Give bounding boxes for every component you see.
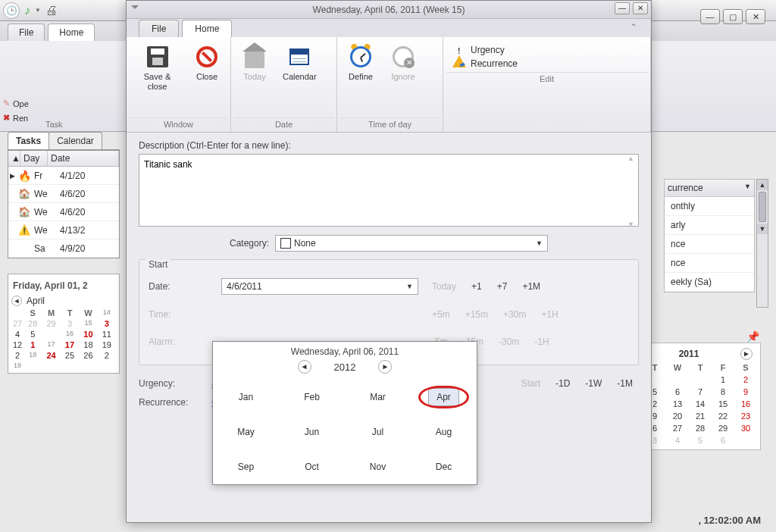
month-cell-dec[interactable]: Dec	[411, 449, 477, 484]
cal-day[interactable]	[42, 361, 60, 370]
time-p5m-button[interactable]: +5m	[426, 307, 456, 322]
close-button[interactable]: Close	[186, 42, 227, 117]
printer-icon[interactable]: 🖨	[45, 4, 58, 17]
cal-day[interactable]: 20	[666, 410, 689, 422]
cal-day[interactable]: 5	[23, 329, 42, 340]
date-today-button[interactable]: Today	[426, 279, 462, 294]
prev-month-icon[interactable]: ◄	[11, 296, 22, 306]
today-button[interactable]: Today	[234, 42, 275, 117]
year-next-button[interactable]: ►	[378, 360, 392, 374]
cal-day[interactable]: 19	[98, 340, 116, 350]
cal-day[interactable]: 8	[712, 386, 734, 398]
quick-dropdown-icon[interactable]: ▼	[35, 7, 41, 14]
cal-day[interactable]: 27	[11, 318, 23, 329]
ignore-button[interactable]: ✕ Ignore	[383, 42, 424, 117]
cal-day[interactable]: 10	[79, 329, 97, 340]
chevron-down-icon[interactable]: ▼	[744, 183, 751, 190]
cal-day[interactable]: 18	[79, 340, 97, 350]
maximize-button[interactable]: ▢	[723, 9, 743, 24]
minus1m-button[interactable]: -1M	[611, 376, 639, 391]
category-dropdown[interactable]: None ▼	[275, 235, 548, 252]
recurrence-item[interactable]: nce	[665, 235, 754, 254]
month-cell-oct[interactable]: Oct	[279, 449, 345, 484]
month-cell-jun[interactable]: Jun	[279, 415, 345, 449]
cal-day[interactable]	[666, 374, 689, 386]
date-plus1m-button[interactable]: +1M	[516, 279, 546, 294]
recurrence-item[interactable]: onthly	[665, 197, 754, 216]
year-prev-button[interactable]: ◄	[298, 360, 311, 374]
cal-day[interactable]: 1	[712, 374, 734, 386]
cal-day[interactable]: 21	[689, 410, 712, 422]
dialog-minimize-button[interactable]: —	[615, 2, 630, 14]
minus1w-button[interactable]: -1W	[579, 376, 608, 391]
cal-day[interactable]: 16	[734, 398, 757, 410]
alarm-m30m-button[interactable]: -30m	[493, 334, 525, 349]
cal-day[interactable]: 23	[734, 410, 757, 422]
cal-day[interactable]: 24	[42, 350, 60, 361]
recurrence-menu[interactable]: Recurrence	[452, 58, 641, 69]
cal-day[interactable]	[42, 329, 60, 340]
ribbon-collapse-icon[interactable]: ⌃	[630, 22, 643, 33]
cal-day[interactable]: 6	[712, 434, 734, 446]
month-cell-jul[interactable]: Jul	[345, 415, 411, 449]
cal-day[interactable]: 11	[98, 329, 116, 340]
define-button[interactable]: Define	[340, 42, 381, 117]
bg-tab-home[interactable]: Home	[48, 23, 95, 41]
cal-day[interactable]: 3	[98, 318, 116, 329]
cal-day[interactable]: 27	[666, 422, 689, 434]
save-close-button[interactable]: Save & close	[130, 42, 185, 117]
cal-day[interactable]	[689, 374, 712, 386]
cal-day[interactable]: 9	[734, 386, 757, 398]
cal-day[interactable]: 25	[61, 350, 79, 361]
right-cal-next-icon[interactable]: ►	[740, 348, 753, 360]
description-input[interactable]	[139, 154, 639, 227]
month-cell-may[interactable]: May	[213, 415, 279, 449]
recurrence-item[interactable]: eekly (Sa)	[665, 273, 754, 292]
recurrence-item[interactable]: arly	[665, 216, 754, 235]
month-cell-feb[interactable]: Feb	[279, 380, 345, 415]
cal-day[interactable]: 13	[666, 398, 689, 410]
urgency-menu[interactable]: Urgency	[452, 45, 641, 55]
cal-day[interactable]: 2	[11, 350, 23, 361]
task-row[interactable]: ⚠️We4/13/2	[8, 221, 119, 239]
minimize-button[interactable]: —	[700, 9, 720, 24]
cal-day[interactable]: 2	[734, 374, 757, 386]
month-cell-jan[interactable]: Jan	[213, 380, 279, 415]
cal-day[interactable]: 28	[689, 422, 712, 434]
task-row[interactable]: Sa4/9/20	[8, 239, 119, 258]
cal-day[interactable]: 2	[98, 350, 116, 361]
month-cell-mar[interactable]: Mar	[345, 380, 411, 415]
dialog-tab-file[interactable]: File	[139, 20, 179, 37]
month-cell-nov[interactable]: Nov	[345, 449, 411, 484]
cal-day[interactable]	[61, 361, 79, 370]
bg-tab-file[interactable]: File	[8, 23, 45, 41]
col-day[interactable]: Day	[20, 151, 48, 166]
tab-tasks[interactable]: Tasks	[8, 132, 49, 149]
time-p1h-button[interactable]: +1H	[535, 307, 564, 322]
pin-icon[interactable]: 📌	[746, 330, 759, 343]
task-row[interactable]: 🏠We4/6/20	[8, 185, 119, 203]
titlebar-menu-icon[interactable]	[131, 5, 139, 9]
close-window-button[interactable]: ✕	[746, 9, 765, 24]
cal-day[interactable]: 15	[712, 398, 734, 410]
start-quick-button[interactable]: Start	[515, 376, 546, 391]
date-plus1-button[interactable]: +1	[465, 279, 488, 294]
cal-day[interactable]: 3	[61, 318, 79, 329]
cal-day[interactable]: 30	[734, 422, 757, 434]
cal-day[interactable]: 5	[689, 434, 712, 446]
month-cell-apr[interactable]: Apr	[411, 380, 477, 415]
date-input[interactable]: 4/6/2011 ▼	[221, 278, 418, 295]
date-plus7-button[interactable]: +7	[491, 279, 514, 294]
cal-day[interactable]: 29	[712, 422, 734, 434]
tab-calendar[interactable]: Calendar	[48, 132, 102, 149]
dialog-close-button[interactable]: ✕	[633, 2, 648, 14]
cal-day[interactable]: 1	[23, 340, 42, 350]
cal-day[interactable]	[23, 361, 42, 370]
scroll-up-icon[interactable]: ▲	[757, 180, 768, 190]
cal-day[interactable]: 4	[11, 329, 23, 340]
cal-day[interactable]: 26	[79, 350, 97, 361]
alarm-m1h-button[interactable]: -1H	[528, 334, 555, 349]
task-row[interactable]: ▶🔥Fr4/1/20	[8, 167, 119, 185]
dialog-tab-home[interactable]: Home	[182, 20, 232, 37]
textarea-scroll[interactable]: ▲▼	[627, 155, 638, 228]
